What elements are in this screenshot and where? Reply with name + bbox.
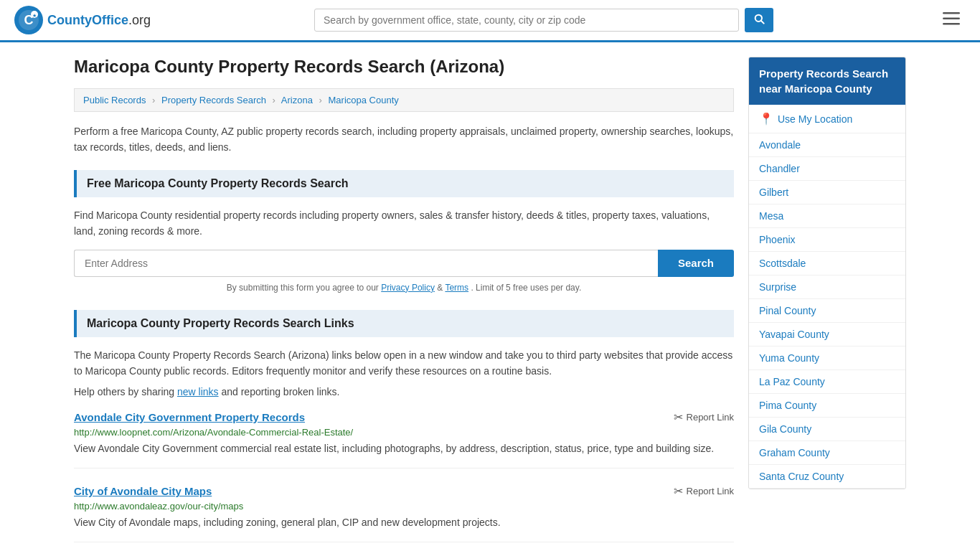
sidebar-link-1[interactable]: Chandler xyxy=(749,157,905,181)
breadcrumb-property-records-search[interactable]: Property Records Search xyxy=(161,95,266,105)
link-card-1: City of Avondale City Maps ✂ Report Link… xyxy=(74,484,734,542)
sidebar-box: Property Records Search near Maricopa Co… xyxy=(748,57,906,489)
sidebar-links: AvondaleChandlerGilbertMesaPhoenixScotts… xyxy=(749,133,905,489)
breadcrumb-maricopa-county[interactable]: Maricopa County xyxy=(329,95,399,105)
sidebar-link-10[interactable]: La Paz County xyxy=(749,370,905,394)
sidebar-title: Property Records Search near Maricopa Co… xyxy=(749,57,905,105)
header-search-button[interactable] xyxy=(745,8,773,32)
header-search-input[interactable] xyxy=(314,9,739,32)
sidebar-link-2[interactable]: Gilbert xyxy=(749,181,905,204)
new-links-link[interactable]: new links xyxy=(177,386,219,397)
link-url-0[interactable]: http://www.loopnet.com/Arizona/Avondale-… xyxy=(74,427,734,438)
sidebar-link-14[interactable]: Santa Cruz County xyxy=(749,465,905,489)
sidebar-link-4[interactable]: Phoenix xyxy=(749,228,905,252)
breadcrumb-sep-3: › xyxy=(319,95,322,105)
content-area: Maricopa County Property Records Search … xyxy=(74,57,734,551)
sidebar-link-7[interactable]: Pinal County xyxy=(749,299,905,323)
sidebar-link-3[interactable]: Mesa xyxy=(749,204,905,228)
address-input[interactable] xyxy=(74,250,658,277)
svg-rect-8 xyxy=(943,18,960,20)
links-intro: The Maricopa County Property Records Sea… xyxy=(74,347,734,380)
logo-icon: C ★ xyxy=(14,6,43,34)
report-icon-1: ✂ xyxy=(674,484,683,498)
svg-rect-9 xyxy=(943,23,960,25)
link-url-1[interactable]: http://www.avondaleaz.gov/our-city/maps xyxy=(74,501,734,512)
breadcrumb-sep-1: › xyxy=(152,95,155,105)
page-title: Maricopa County Property Records Search … xyxy=(74,57,734,77)
sidebar-link-9[interactable]: Yuma County xyxy=(749,347,905,370)
link-card-0: Avondale City Government Property Record… xyxy=(74,410,734,468)
sidebar-link-0[interactable]: Avondale xyxy=(749,133,905,157)
link-card-title-0[interactable]: Avondale City Government Property Record… xyxy=(74,411,305,423)
free-search-section: Free Maricopa County Property Records Se… xyxy=(74,170,734,293)
privacy-policy-link[interactable]: Privacy Policy xyxy=(381,283,435,293)
link-desc-0: View Avondale City Government commercial… xyxy=(74,441,734,456)
links-section-heading: Maricopa County Property Records Search … xyxy=(74,310,734,337)
link-desc-1: View City of Avondale maps, including zo… xyxy=(74,515,734,530)
breadcrumb-arizona[interactable]: Arizona xyxy=(281,95,313,105)
search-icon xyxy=(753,13,765,24)
report-icon-0: ✂ xyxy=(674,410,683,424)
svg-text:★: ★ xyxy=(32,13,37,18)
use-my-location-link[interactable]: 📍 Use My Location xyxy=(749,105,905,133)
terms-link[interactable]: Terms xyxy=(445,283,468,293)
location-pin-icon: 📍 xyxy=(759,112,773,126)
logo-text: CountyOffice.org xyxy=(47,13,151,28)
logo[interactable]: C ★ CountyOffice.org xyxy=(14,6,151,34)
site-header: C ★ CountyOffice.org xyxy=(0,0,980,42)
search-description: Find Maricopa County residential propert… xyxy=(74,207,734,240)
links-section: Maricopa County Property Records Search … xyxy=(74,310,734,543)
sidebar-link-5[interactable]: Scottsdale xyxy=(749,252,905,276)
link-card-title-1[interactable]: City of Avondale City Maps xyxy=(74,485,212,497)
menu-icon[interactable] xyxy=(937,8,966,32)
link-card-header-0: Avondale City Government Property Record… xyxy=(74,410,734,424)
sidebar-link-8[interactable]: Yavapai County xyxy=(749,323,905,347)
main-wrapper: Maricopa County Property Records Search … xyxy=(60,42,920,551)
svg-line-6 xyxy=(761,21,764,24)
header-search-area xyxy=(314,8,773,32)
search-button[interactable]: Search xyxy=(658,250,734,277)
link-card-header-1: City of Avondale City Maps ✂ Report Link xyxy=(74,484,734,498)
report-link-btn-1[interactable]: ✂ Report Link xyxy=(674,484,734,498)
svg-rect-7 xyxy=(943,12,960,14)
hamburger-icon xyxy=(943,12,960,25)
sidebar-link-12[interactable]: Gila County xyxy=(749,418,905,441)
free-search-heading: Free Maricopa County Property Records Se… xyxy=(74,170,734,197)
page-description: Perform a free Maricopa County, AZ publi… xyxy=(74,123,734,156)
share-line: Help others by sharing new links and rep… xyxy=(74,386,734,397)
breadcrumb: Public Records › Property Records Search… xyxy=(74,88,734,112)
breadcrumb-sep-2: › xyxy=(273,95,275,105)
breadcrumb-public-records[interactable]: Public Records xyxy=(83,95,146,105)
form-note: By submitting this form you agree to our… xyxy=(74,283,734,293)
sidebar-link-11[interactable]: Pima County xyxy=(749,394,905,418)
sidebar-link-6[interactable]: Surprise xyxy=(749,276,905,299)
address-search-row: Search xyxy=(74,250,734,277)
sidebar: Property Records Search near Maricopa Co… xyxy=(748,57,906,551)
report-link-btn-0[interactable]: ✂ Report Link xyxy=(674,410,734,424)
sidebar-link-13[interactable]: Graham County xyxy=(749,441,905,465)
